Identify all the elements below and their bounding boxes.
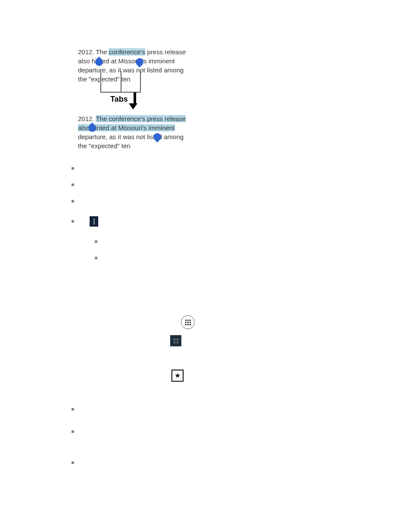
list-item [72,405,85,413]
bullet-icon [95,240,97,243]
list-item [95,257,109,259]
list-item [72,167,109,170]
star-box-icon[interactable]: ★ [171,370,184,382]
list-item [72,216,109,227]
page: 2012. The conference's press release als… [0,0,411,532]
list-item [72,184,109,186]
list-item [72,458,85,466]
snippet-top-a: 2012. The [78,48,109,56]
bullet-icon [72,408,74,411]
bullet-icon [72,200,74,202]
bullet-icon [72,430,74,433]
bullet-icon [72,461,74,464]
bullet-icon [72,220,74,223]
snippet-bottom: 2012. The conference's press release als… [78,114,193,150]
bullet-icon [95,257,97,259]
bullet-icon [72,184,74,186]
snippet-top-highlight: conference's [109,48,145,56]
outline-list [72,167,109,273]
apps-grid-icon[interactable] [181,315,195,329]
list-item [72,200,109,202]
selection-example-figure: 2012. The conference's press release als… [78,47,193,84]
list-item [95,240,109,243]
snippet-bottom-b: departure, as it was not listed among th… [78,133,184,149]
outline-list-2 [72,405,85,481]
dark-grid-icon[interactable] [170,335,181,346]
list-item [72,427,85,435]
tab-markers [100,71,141,93]
snippet-bottom-a: 2012. [78,115,96,122]
tabs-label: Tabs [110,95,128,104]
arrow-down-icon [132,93,137,109]
bullet-icon [72,167,74,170]
kebab-icon[interactable] [90,216,98,227]
